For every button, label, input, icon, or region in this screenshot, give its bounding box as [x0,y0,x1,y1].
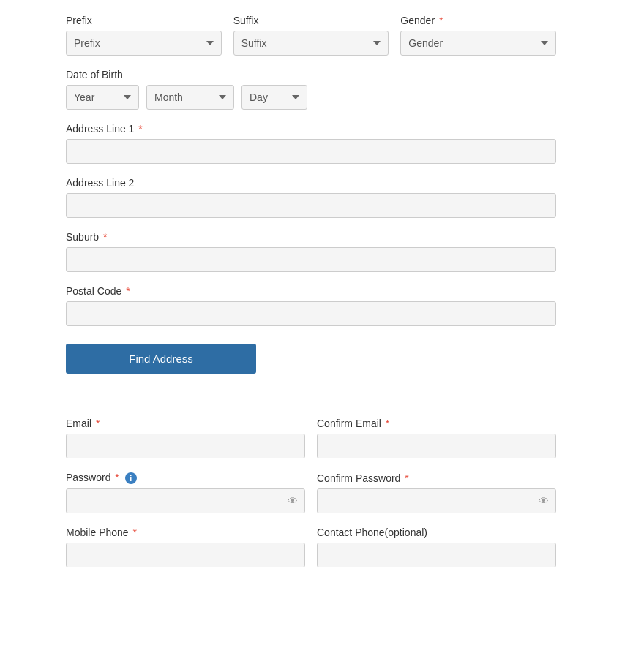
confirm-password-required: * [402,472,408,484]
password-label: Password * i [66,472,305,484]
confirm-password-label: Confirm Password * [317,472,556,484]
password-required: * [112,472,119,483]
postal-code-label: Postal Code * [66,285,556,297]
email-input[interactable] [66,434,305,458]
password-info-icon[interactable]: i [125,472,137,484]
password-input[interactable] [66,488,305,513]
mobile-phone-label: Mobile Phone * [66,526,305,538]
prefix-label: Prefix [66,15,222,26]
postal-code-input[interactable] [66,301,556,326]
address-line-2-input[interactable] [66,193,556,218]
confirm-password-eye-icon[interactable]: 👁 [539,495,549,507]
suffix-label: Suffix [233,15,389,26]
confirm-email-input[interactable] [317,434,556,458]
email-label: Email * [66,418,305,429]
address-line-1-input[interactable] [66,139,556,164]
gender-label: Gender * [400,15,556,26]
suburb-required: * [100,231,107,243]
suburb-input[interactable] [66,247,556,272]
address-line-1-required: * [135,123,142,135]
suburb-label: Suburb * [66,231,556,243]
contact-phone-input[interactable] [317,543,556,567]
contact-phone-label: Contact Phone(optional) [317,526,556,538]
mobile-phone-required: * [130,526,137,538]
address-line-2-label: Address Line 2 [66,177,556,189]
mobile-phone-input[interactable] [66,543,305,567]
suffix-select[interactable]: Suffix Jr Sr II III [233,31,389,56]
year-select[interactable]: Year [66,85,139,110]
confirm-email-required: * [383,418,389,429]
month-select[interactable]: Month [146,85,234,110]
find-address-button[interactable]: Find Address [66,344,256,374]
gender-required: * [436,15,443,26]
password-eye-icon[interactable]: 👁 [288,495,298,507]
address-line-1-label: Address Line 1 * [66,123,556,135]
gender-select[interactable]: Gender Male Female Other [400,31,556,56]
prefix-select[interactable]: Prefix Mr Mrs Ms Dr [66,31,222,56]
dob-label: Date of Birth [66,69,123,80]
postal-code-required: * [123,285,130,297]
confirm-password-input[interactable] [317,488,556,513]
email-required: * [93,418,100,429]
confirm-email-label: Confirm Email * [317,418,556,429]
day-select[interactable]: Day [241,85,307,110]
